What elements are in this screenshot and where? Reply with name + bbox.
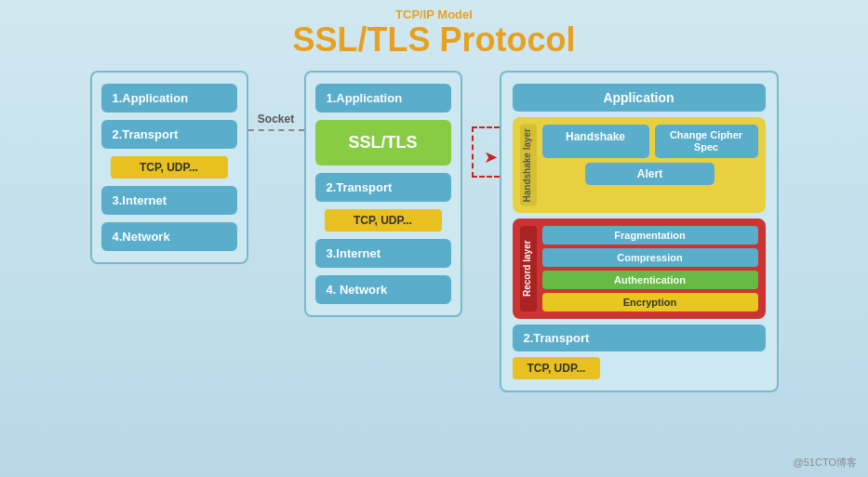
compression-box: Compression <box>542 248 758 267</box>
record-layer-label: Record layer <box>520 226 537 311</box>
left-tcp-udp: TCP, UDP... <box>111 156 228 179</box>
left-application-layer: 1.Application <box>101 84 237 113</box>
watermark: @51CTO博客 <box>794 456 857 470</box>
header: TCP/IP Model SSL/TLS Protocol <box>292 0 575 59</box>
authentication-box: Authentication <box>542 271 758 289</box>
right-tcp-udp: TCP, UDP... <box>513 357 601 379</box>
socket-label: Socket <box>258 113 294 126</box>
fragmentation-box: Fragmentation <box>542 226 758 245</box>
record-outer: Record layer Fragmentation Compression A… <box>513 219 766 319</box>
left-column: 1.Application 2.Transport TCP, UDP... 3.… <box>90 71 248 264</box>
header-title: SSL/TLS Protocol <box>292 21 575 59</box>
middle-internet-layer: 3.Internet <box>315 239 451 268</box>
header-subtitle: TCP/IP Model <box>292 7 575 21</box>
right-application-label: Application <box>513 84 766 112</box>
socket-connector-area: Socket <box>248 71 304 131</box>
arrow-connector-area: ➤ <box>462 71 500 178</box>
change-cipher-spec-box: Change Cipher Spec <box>655 125 758 158</box>
handshake-top-row: Handshake Change Cipher Spec <box>542 125 758 158</box>
handshake-box: Handshake <box>542 125 649 158</box>
left-network-layer: 4.Network <box>101 222 237 251</box>
right-transport-label: 2.Transport <box>513 325 766 351</box>
handshake-content: Handshake Change Cipher Spec Alert <box>542 125 758 206</box>
socket-dashed-line <box>248 129 304 131</box>
right-column: Application Handshake layer Handshake Ch… <box>500 71 779 393</box>
handshake-layer-label: Handshake layer <box>520 125 537 206</box>
main-container: TCP/IP Model SSL/TLS Protocol 1.Applicat… <box>0 0 868 477</box>
middle-application-layer: 1.Application <box>315 84 451 113</box>
encryption-box: Encryption <box>542 293 758 311</box>
record-content: Fragmentation Compression Authentication… <box>542 226 758 311</box>
middle-transport-layer: 2.Transport <box>315 173 451 202</box>
handshake-outer: Handshake layer Handshake Change Cipher … <box>513 117 766 214</box>
right-arrow-icon: ➤ <box>484 147 498 167</box>
alert-box: Alert <box>585 163 714 185</box>
left-transport-layer: 2.Transport <box>101 120 237 149</box>
content-area: 1.Application 2.Transport TCP, UDP... 3.… <box>0 71 868 393</box>
middle-tcp-udp: TCP, UDP... <box>325 209 442 232</box>
middle-column: 1.Application SSL/TLS 2.Transport TCP, U… <box>304 71 462 317</box>
left-internet-layer: 3.Internet <box>101 186 237 215</box>
middle-network-layer: 4. Network <box>315 275 451 304</box>
ssl-tls-box: SSL/TLS <box>315 120 451 166</box>
